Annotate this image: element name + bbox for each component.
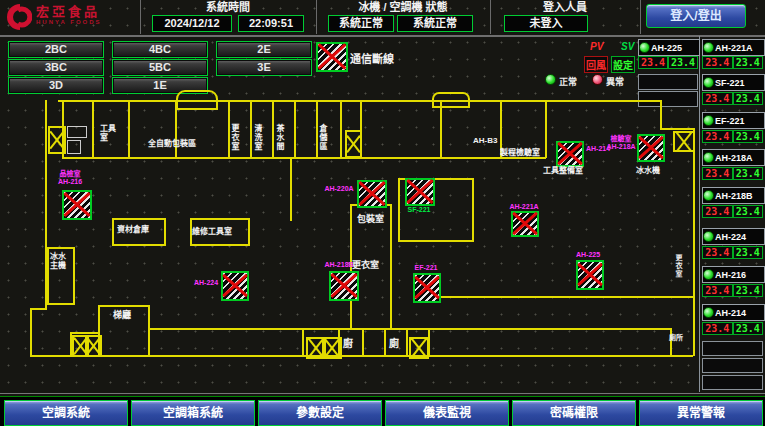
wall-segment xyxy=(272,101,274,158)
unit-plate-ah-225[interactable]: AH-225 xyxy=(638,39,700,56)
system-time-label: 系統時間 xyxy=(140,1,316,14)
unit-led-icon xyxy=(703,190,714,201)
unit-values-ef-221: 23.4 23.4 xyxy=(702,130,763,143)
hmi-screen: 宏亞食品 HUNYA FOODS 系統時間 2024/12/12 22:09:5… xyxy=(0,0,765,426)
floor-button-5bc[interactable]: 5BC xyxy=(112,59,208,76)
fixture xyxy=(67,140,81,154)
footer-button-password-auth[interactable]: 密碼權限 xyxy=(512,400,636,426)
room-label: 廁所 xyxy=(669,333,683,342)
chiller-status-value: 系統正常 xyxy=(328,15,394,32)
wall-segment xyxy=(70,332,100,334)
sv-value: 23.4 xyxy=(668,56,698,69)
plan-unit-label: AH-225 xyxy=(570,251,606,259)
ahu-icon-comm-loss[interactable] xyxy=(221,271,249,301)
room-label: 更衣室 xyxy=(230,124,239,151)
wall-segment xyxy=(128,101,130,158)
unit-plate-ah-221a[interactable]: AH-221A xyxy=(702,39,765,56)
stair-icon xyxy=(345,130,362,158)
wall-segment xyxy=(30,308,32,356)
empty-slot xyxy=(702,375,763,390)
floor-button-4bc[interactable]: 4BC xyxy=(112,41,208,58)
room-label: 更衣室 xyxy=(352,261,379,270)
ahu-status-value: 系統正常 xyxy=(397,15,473,32)
sv-value: 23.4 xyxy=(733,205,764,218)
login-user-label: 登入人員 xyxy=(490,1,640,14)
unit-led-icon xyxy=(703,152,714,163)
unit-plate-ef-221[interactable]: EF-221 xyxy=(702,112,765,129)
footer-divider xyxy=(0,393,765,394)
wall-segment xyxy=(415,296,693,298)
unit-name: AH-216 xyxy=(715,270,746,280)
wall-segment xyxy=(545,101,547,158)
pv-row-label: 回風 xyxy=(584,56,608,73)
machine-status-label: 冰機 / 空調機 狀態 xyxy=(316,1,490,14)
sv-value: 23.4 xyxy=(733,92,764,105)
wall-segment xyxy=(92,101,94,158)
footer-button-hvac-system[interactable]: 空調系統 xyxy=(4,400,128,426)
unit-values-ah-225: 23.4 23.4 xyxy=(638,56,698,69)
floor-button-2e[interactable]: 2E xyxy=(216,41,312,58)
footer-button-param-setting[interactable]: 參數設定 xyxy=(258,400,382,426)
unit-plate-ah-218a[interactable]: AH-218A xyxy=(702,149,765,166)
room-label: AH-B3 xyxy=(473,136,497,145)
plan-unit-label: EF-221 xyxy=(410,264,442,272)
room-label: 清洗室 xyxy=(253,124,262,151)
ahu-icon-comm-loss[interactable] xyxy=(637,134,665,162)
unit-plate-ah-224[interactable]: AH-224 xyxy=(702,228,765,245)
pv-value: 23.4 xyxy=(702,56,733,69)
empty-slot xyxy=(702,358,763,373)
plan-unit-label: AH-221A xyxy=(506,203,542,211)
sv-value: 23.4 xyxy=(733,246,764,259)
unit-plate-ah-214[interactable]: AH-214 xyxy=(702,304,765,321)
ahu-icon-comm-loss[interactable] xyxy=(405,178,435,206)
floor-button-3e[interactable]: 3E xyxy=(216,59,312,76)
fixture xyxy=(67,126,87,138)
unit-plate-ah-216[interactable]: AH-216 xyxy=(702,266,765,283)
stair-icon xyxy=(48,126,66,154)
login-logout-button[interactable]: 登入/登出 xyxy=(646,4,746,28)
pv-value: 23.4 xyxy=(702,246,733,259)
ahu-icon-comm-loss[interactable] xyxy=(511,211,539,237)
floor-button-3bc[interactable]: 3BC xyxy=(8,59,104,76)
wall-segment xyxy=(362,330,364,356)
abnormal-label: 異常 xyxy=(606,75,624,88)
footer-button-alarm[interactable]: 異常警報 xyxy=(639,400,763,426)
ahu-icon-comm-loss[interactable] xyxy=(357,180,387,208)
unit-plate-sf-221[interactable]: SF-221 xyxy=(702,74,765,91)
unit-led-icon xyxy=(703,307,714,318)
sv-value: 23.4 xyxy=(733,284,764,297)
header-bar: 宏亞食品 HUNYA FOODS 系統時間 2024/12/12 22:09:5… xyxy=(0,0,765,37)
ahu-icon-comm-loss[interactable] xyxy=(556,141,584,167)
company-logo xyxy=(5,3,32,35)
comm-loss-icon xyxy=(316,42,348,72)
wall-segment xyxy=(148,328,670,330)
room-label: 廁 xyxy=(389,339,399,348)
room-label: 茶水間 xyxy=(275,124,284,151)
room-label: 倉儲區 xyxy=(318,124,327,151)
ahu-icon-comm-loss[interactable] xyxy=(413,273,441,303)
login-status-value: 未登入 xyxy=(504,15,588,32)
ahu-icon-comm-loss[interactable] xyxy=(576,260,604,290)
system-time-value: 22:09:51 xyxy=(238,15,304,32)
ahu-icon-comm-loss[interactable] xyxy=(329,271,359,301)
room-label: 廚 xyxy=(343,339,353,348)
unit-values-sf-221: 23.4 23.4 xyxy=(702,92,763,105)
unit-name: AH-218A xyxy=(715,153,753,163)
abnormal-led-icon xyxy=(592,74,603,85)
sv-value: 23.4 xyxy=(733,167,764,180)
comm-loss-label: 通信斷線 xyxy=(350,50,394,66)
unit-plate-ah-218b[interactable]: AH-218B xyxy=(702,187,765,204)
unit-name: AH-214 xyxy=(715,308,746,318)
footer-button-ahu-system[interactable]: 空調箱系統 xyxy=(131,400,255,426)
floor-button-2bc[interactable]: 2BC xyxy=(8,41,104,58)
wall-segment xyxy=(294,101,296,158)
footer-button-meter-monitor[interactable]: 儀表監視 xyxy=(385,400,509,426)
unit-values-ah-224: 23.4 23.4 xyxy=(702,246,763,259)
ahu-icon-comm-loss[interactable] xyxy=(62,190,92,220)
empty-slot xyxy=(638,74,698,90)
wall-segment xyxy=(340,101,342,158)
room-label: 維修工具室 xyxy=(192,227,232,236)
wall-segment xyxy=(302,330,304,356)
floor-button-3d[interactable]: 3D xyxy=(8,77,104,94)
room-label: 資材倉庫 xyxy=(117,225,149,234)
